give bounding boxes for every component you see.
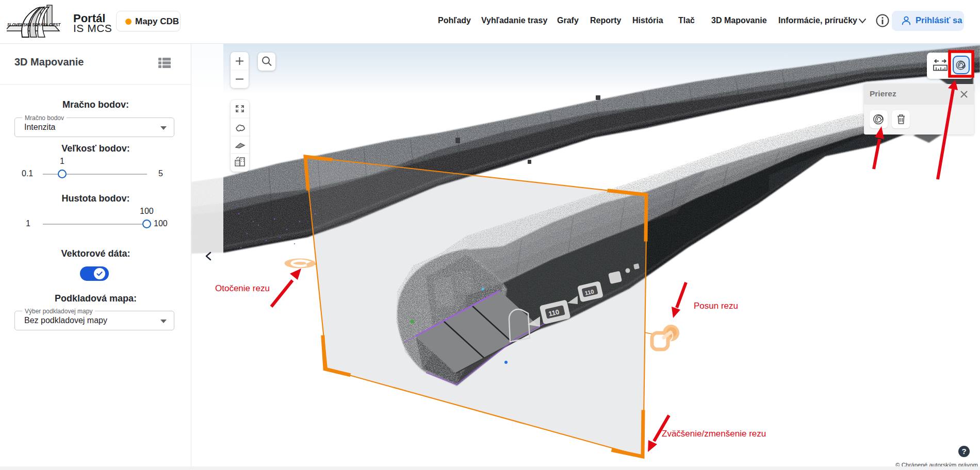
svg-text:?: ? [961,447,966,456]
svg-text:SLOVENSKÁ SPRÁVA CIEST: SLOVENSKÁ SPRÁVA CIEST [7,22,61,27]
